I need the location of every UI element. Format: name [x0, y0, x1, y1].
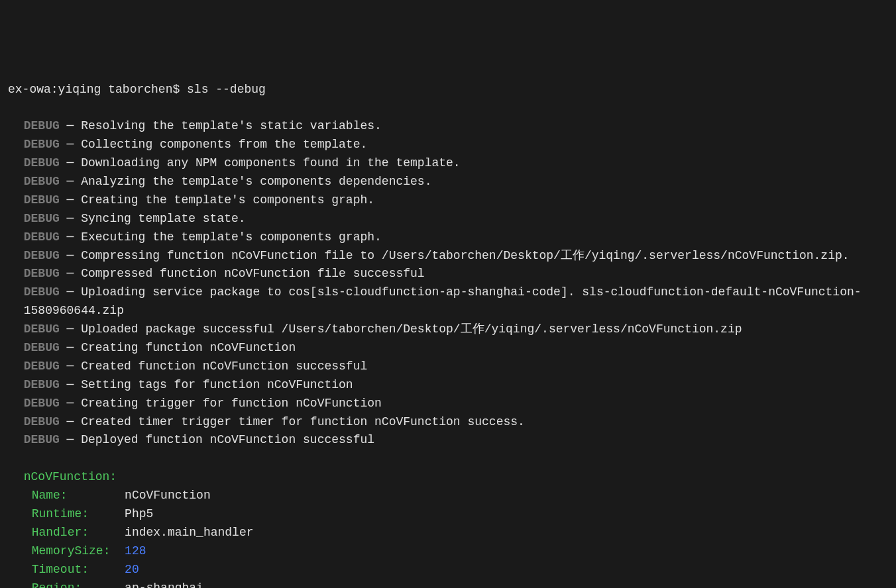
blank-line — [8, 450, 888, 468]
debug-dash: ─ — [60, 212, 81, 225]
result-padding — [82, 581, 125, 588]
debug-line: DEBUG ─ Compressed function nCoVFunction… — [8, 265, 888, 283]
debug-message: Creating trigger for function nCoVFuncti… — [81, 397, 382, 410]
debug-dash: ─ — [60, 156, 81, 170]
result-key: Region: — [32, 581, 82, 588]
result-padding — [110, 544, 125, 558]
debug-label: DEBUG — [24, 341, 60, 354]
result-row: MemorySize: 128 — [8, 542, 888, 561]
debug-message: Syncing template state. — [81, 212, 245, 225]
debug-dash: ─ — [60, 119, 81, 132]
debug-dash: ─ — [60, 267, 81, 280]
debug-dash: ─ — [60, 378, 81, 391]
debug-message: Uploaded package successful /Users/tabor… — [81, 322, 742, 336]
debug-message: Creating the template's components graph… — [81, 193, 374, 207]
debug-label: DEBUG — [24, 175, 60, 188]
debug-message: Setting tags for function nCoVFunction — [81, 378, 353, 391]
debug-message: Creating function nCoVFunction — [81, 341, 296, 354]
debug-line: DEBUG ─ Created function nCoVFunction su… — [8, 358, 888, 376]
result-padding — [89, 507, 125, 520]
debug-label: DEBUG — [24, 212, 60, 225]
debug-label: DEBUG — [24, 433, 60, 446]
result-key: Timeout: — [32, 563, 89, 576]
debug-dash: ─ — [60, 341, 81, 354]
shell-prompt: ex-owa:yiqing taborchen$ sls --debug — [8, 83, 266, 96]
debug-lines: DEBUG ─ Resolving the template's static … — [8, 117, 888, 450]
debug-line: DEBUG ─ Creating the template's componen… — [8, 191, 888, 210]
debug-line: DEBUG ─ Creating trigger for function nC… — [8, 395, 888, 413]
debug-label: DEBUG — [24, 378, 60, 391]
debug-label: DEBUG — [24, 193, 60, 207]
result-key: Runtime: — [32, 507, 89, 520]
debug-dash: ─ — [60, 175, 81, 188]
result-value: 128 — [125, 544, 146, 558]
debug-line: DEBUG ─ Compressing function nCoVFunctio… — [8, 247, 888, 266]
result-row: Region: ap-shanghai — [8, 579, 888, 588]
debug-line: DEBUG ─ Collecting components from the t… — [8, 136, 888, 154]
debug-line: DEBUG ─ Analyzing the template's compone… — [8, 173, 888, 191]
result-key: Name: — [32, 489, 68, 502]
debug-message: Downloading any NPM components found in … — [81, 156, 461, 170]
result-key: MemorySize: — [32, 544, 111, 558]
debug-line: DEBUG ─ Creating function nCoVFunction — [8, 339, 888, 358]
result-value: Php5 — [125, 507, 153, 520]
debug-line: DEBUG ─ Resolving the template's static … — [8, 117, 888, 136]
result-value: 20 — [125, 563, 139, 576]
debug-label: DEBUG — [24, 156, 60, 170]
result-value: ap-shanghai — [125, 581, 203, 588]
debug-dash: ─ — [60, 360, 81, 373]
debug-dash: ─ — [60, 249, 81, 262]
result-row: Name: nCoVFunction — [8, 487, 888, 505]
debug-message: Uploading service package to cos[sls-clo… — [24, 285, 862, 317]
debug-dash: ─ — [60, 415, 81, 428]
debug-dash: ─ — [60, 138, 81, 151]
terminal-output: ex-owa:yiqing taborchen$ sls --debug DEB… — [8, 81, 888, 588]
debug-label: DEBUG — [24, 285, 60, 299]
blank-line — [8, 99, 888, 117]
debug-message: Analyzing the template's components depe… — [81, 175, 431, 188]
debug-dash: ─ — [60, 285, 81, 299]
debug-message: Deployed function nCoVFunction successfu… — [81, 433, 374, 446]
debug-label: DEBUG — [24, 415, 60, 428]
result-row: Runtime: Php5 — [8, 505, 888, 524]
debug-label: DEBUG — [24, 322, 60, 336]
debug-line: DEBUG ─ Setting tags for function nCoVFu… — [8, 376, 888, 395]
debug-dash: ─ — [60, 397, 81, 410]
debug-dash: ─ — [60, 193, 81, 207]
result-row: Timeout: 20 — [8, 561, 888, 579]
debug-line: DEBUG ─ Uploaded package successful /Use… — [8, 320, 888, 339]
result-header-line: nCoVFunction: — [8, 468, 888, 487]
debug-dash: ─ — [60, 230, 81, 244]
debug-dash: ─ — [60, 322, 81, 336]
result-row: Handler: index.main_handler — [8, 524, 888, 542]
debug-line: DEBUG ─ Uploading service package to cos… — [8, 283, 888, 320]
debug-message: Compressed function nCoVFunction file su… — [81, 267, 424, 280]
debug-message: Created function nCoVFunction successful — [81, 360, 367, 373]
debug-label: DEBUG — [24, 360, 60, 373]
debug-label: DEBUG — [24, 397, 60, 410]
result-key: Handler: — [32, 526, 89, 539]
debug-message: Compressing function nCoVFunction file t… — [81, 249, 849, 262]
debug-line: DEBUG ─ Created timer trigger timer for … — [8, 413, 888, 432]
debug-label: DEBUG — [24, 138, 60, 151]
debug-message: Created timer trigger timer for function… — [81, 415, 525, 428]
debug-message: Collecting components from the template. — [81, 138, 367, 151]
result-padding — [89, 526, 125, 539]
result-rows: Name: nCoVFunctionRuntime: Php5Handler: … — [8, 487, 888, 588]
debug-label: DEBUG — [24, 267, 60, 280]
debug-message: Executing the template's components grap… — [81, 230, 382, 244]
result-header: nCoVFunction: — [24, 470, 117, 483]
debug-label: DEBUG — [24, 230, 60, 244]
result-padding — [68, 489, 125, 502]
debug-message: Resolving the template's static variable… — [81, 119, 382, 132]
debug-line: DEBUG ─ Syncing template state. — [8, 210, 888, 228]
result-value: index.main_handler — [125, 526, 253, 539]
debug-line: DEBUG ─ Executing the template's compone… — [8, 228, 888, 247]
debug-label: DEBUG — [24, 249, 60, 262]
result-padding — [89, 563, 125, 576]
debug-dash: ─ — [60, 433, 81, 446]
debug-line: DEBUG ─ Deployed function nCoVFunction s… — [8, 431, 888, 450]
debug-line: DEBUG ─ Downloading any NPM components f… — [8, 154, 888, 173]
result-value: nCoVFunction — [125, 489, 211, 502]
debug-label: DEBUG — [24, 119, 60, 132]
